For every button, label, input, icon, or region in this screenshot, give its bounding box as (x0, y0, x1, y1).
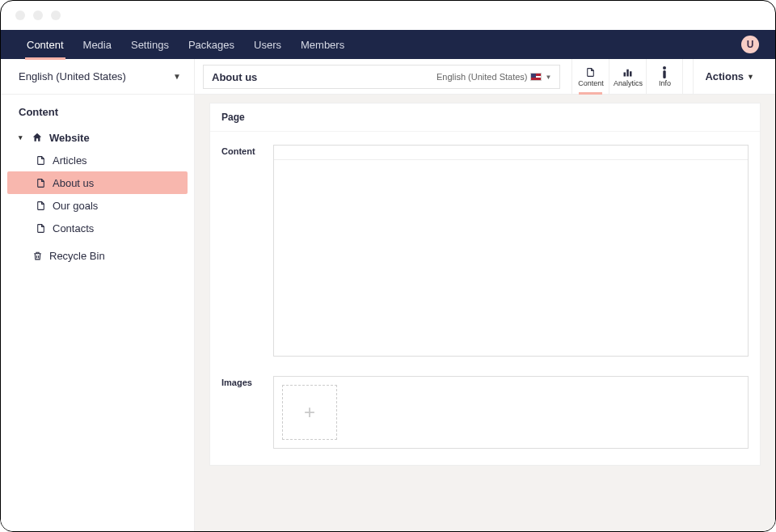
window-dot (33, 11, 43, 20)
nav-settings[interactable]: Settings (121, 30, 179, 59)
content-field-label: Content (221, 145, 264, 357)
images-field-body: + (273, 376, 749, 449)
tab-content[interactable]: Content (571, 59, 609, 94)
content-field-body (273, 145, 749, 357)
top-nav-right: U (741, 30, 759, 59)
plus-icon: + (304, 401, 315, 424)
content-tree: ▾ Website Articles About us (1, 126, 194, 267)
bar-chart-icon (622, 65, 634, 78)
top-nav-left: Content Media Settings Packages Users Me… (17, 30, 354, 59)
images-field-row: Images + (210, 373, 760, 465)
editor-toolbar: About us English (United States) ▼ Conte… (195, 59, 775, 95)
images-field-label: Images (221, 376, 264, 449)
nav-members[interactable]: Members (291, 30, 354, 59)
home-icon (32, 132, 43, 143)
document-icon (35, 201, 46, 211)
chevron-down-icon: ▼ (747, 73, 754, 81)
main-area: About us English (United States) ▼ Conte… (195, 59, 775, 531)
tree-section-label: Content (1, 95, 194, 126)
tree-node-website[interactable]: ▾ Website (7, 126, 188, 149)
top-nav: Content Media Settings Packages Users Me… (1, 30, 775, 59)
tree-node-articles[interactable]: Articles (7, 149, 188, 171)
window-dot (15, 11, 25, 20)
svg-point-3 (663, 66, 666, 70)
window-dot (51, 11, 61, 20)
panel-heading: Page (210, 103, 760, 132)
app-window: Content Media Settings Packages Users Me… (0, 0, 776, 532)
tree-label: Recycle Bin (49, 250, 105, 262)
nav-label: Content (27, 39, 64, 51)
svg-rect-0 (624, 72, 626, 76)
tree-label: Our goals (53, 200, 98, 212)
actions-label: Actions (705, 70, 744, 82)
tree-label: About us (53, 177, 94, 189)
tree-node-about-us[interactable]: About us (7, 171, 188, 194)
add-image-button[interactable]: + (282, 385, 337, 440)
tab-info[interactable]: Info (646, 59, 683, 94)
tree-node-recycle-bin[interactable]: Recycle Bin (7, 244, 188, 267)
tree-node-our-goals[interactable]: Our goals (7, 194, 188, 217)
tree-node-contacts[interactable]: Contacts (7, 217, 188, 239)
tree-label: Website (49, 132, 90, 144)
info-icon (662, 65, 667, 78)
caret-down-icon: ▾ (19, 133, 25, 141)
media-picker: + (273, 376, 749, 449)
page-panel: Page Content Images (209, 103, 761, 466)
language-label: English (United States) (19, 70, 126, 82)
nav-label: Packages (188, 39, 234, 51)
nav-label: Media (83, 39, 112, 51)
content-field-row: Content (210, 132, 760, 373)
nav-content[interactable]: Content (17, 30, 74, 59)
trash-icon (32, 251, 43, 261)
nav-packages[interactable]: Packages (179, 30, 244, 59)
user-avatar[interactable]: U (741, 36, 759, 53)
window-titlebar (1, 1, 775, 30)
tree-label: Articles (53, 154, 87, 167)
avatar-initial: U (747, 39, 754, 50)
actions-menu-button[interactable]: Actions ▼ (693, 59, 761, 94)
tree-label: Contacts (53, 222, 94, 234)
chevron-down-icon: ▼ (173, 72, 181, 81)
svg-rect-4 (664, 70, 666, 78)
document-icon (585, 65, 596, 78)
svg-rect-1 (627, 69, 630, 76)
svg-rect-2 (630, 71, 632, 76)
nav-media[interactable]: Media (74, 30, 121, 59)
document-open-icon (35, 155, 46, 166)
sidebar: English (United States) ▼ Content ▾ Webs… (1, 59, 195, 531)
richtext-toolbar[interactable] (274, 146, 748, 160)
node-title: About us (212, 71, 257, 83)
language-select[interactable]: English (United States) ▼ (1, 59, 194, 95)
document-icon (35, 178, 46, 188)
variant-language-label: English (United States) (436, 72, 528, 82)
chevron-down-icon: ▼ (545, 74, 551, 81)
variant-language-switch[interactable]: English (United States) ▼ (436, 72, 551, 82)
richtext-editor[interactable] (273, 145, 749, 357)
node-title-field[interactable]: About us English (United States) ▼ (203, 65, 560, 89)
tab-label: Info (659, 79, 671, 87)
us-flag-icon (530, 73, 542, 81)
tab-label: Analytics (614, 79, 643, 87)
nav-label: Settings (131, 39, 169, 51)
tab-analytics[interactable]: Analytics (609, 59, 646, 94)
document-icon (35, 223, 46, 234)
nav-label: Users (254, 39, 281, 51)
content-scroll-area[interactable]: Page Content Images (195, 95, 775, 531)
nav-label: Members (301, 39, 344, 51)
editor-tabs: Content Analytics Info (571, 59, 683, 94)
app-body: English (United States) ▼ Content ▾ Webs… (1, 59, 775, 531)
nav-users[interactable]: Users (244, 30, 291, 59)
tab-label: Content (578, 79, 604, 87)
